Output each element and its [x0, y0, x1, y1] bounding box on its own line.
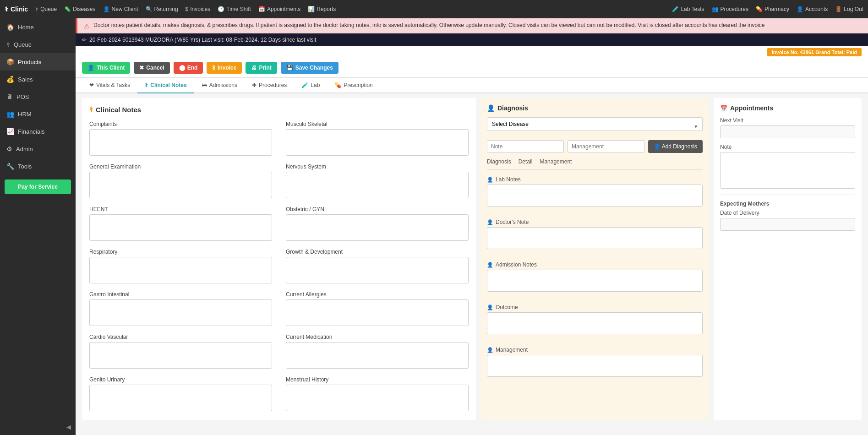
- tab-admissions[interactable]: 🛏 Admissions: [194, 78, 245, 93]
- content-area: ⚕ Clinical Notes Complaints Musculo Skel…: [76, 93, 868, 424]
- heent-textarea[interactable]: [89, 214, 272, 241]
- nav-returning[interactable]: 🔍 Returning: [146, 6, 178, 12]
- nav-diseases[interactable]: 🦠 Diseases: [64, 6, 95, 12]
- add-diagnosis-button[interactable]: 👤 Add Diagnosis: [648, 140, 703, 153]
- expecting-mothers-title: Expecting Mothers: [720, 201, 855, 207]
- nav-timeshift[interactable]: 🕐 Time Shift: [218, 6, 251, 12]
- end-icon: ⬤: [179, 65, 185, 71]
- lab-notes-textarea[interactable]: [487, 185, 703, 207]
- new-client-icon: 👤: [103, 6, 110, 12]
- sidebar-item-admin[interactable]: ⚙ Admin: [0, 140, 76, 158]
- next-visit-input[interactable]: [720, 125, 855, 138]
- alert-text: Doctor notes patient details, makes diag…: [93, 22, 764, 28]
- add-diag-icon: 👤: [654, 143, 661, 150]
- select-disease-wrapper: Select Disease: [487, 117, 703, 136]
- field-genito-urinary: Genito Urinary: [89, 376, 272, 413]
- tab-clinical-notes[interactable]: ⚕ Clinical Notes: [137, 78, 194, 93]
- lab-notes-label: 👤 Lab Notes: [487, 176, 703, 183]
- appointment-note-textarea[interactable]: [720, 152, 855, 189]
- nav-lab-tests[interactable]: 🧪 Lab Tests: [672, 6, 704, 12]
- obstetric-gyn-textarea[interactable]: [286, 214, 469, 241]
- select-disease-dropdown[interactable]: Select Disease: [487, 117, 703, 131]
- admission-notes-label: 👤 Admission Notes: [487, 261, 703, 268]
- divider: [487, 169, 703, 170]
- financials-icon: 📈: [6, 128, 14, 135]
- management-icon: 👤: [487, 347, 493, 353]
- invoice-badge-bar: Invoice No. 43861 Grand Total: Paid: [76, 46, 868, 58]
- current-medication-textarea[interactable]: [286, 342, 469, 369]
- accounts-icon: 👤: [797, 6, 803, 12]
- field-current-medication: Current Medication: [286, 334, 469, 370]
- sidebar-item-sales[interactable]: 💰 Sales: [0, 71, 76, 88]
- invoice-button[interactable]: $ Invoice: [207, 62, 242, 74]
- gastro-intestinal-textarea[interactable]: [89, 299, 272, 326]
- current-allergies-textarea[interactable]: [286, 299, 469, 326]
- diag-tab-diagnosis[interactable]: Diagnosis: [487, 158, 511, 165]
- sidebar-item-hrm[interactable]: 👥 HRM: [0, 105, 76, 123]
- invoice-icon: $: [212, 65, 215, 71]
- tab-lab[interactable]: 🧪 Lab: [294, 78, 327, 93]
- sidebar-item-home[interactable]: 🏠 Home: [0, 18, 76, 36]
- tab-prescription[interactable]: 💊 Prescription: [327, 78, 380, 93]
- nav-queue[interactable]: ⚕ Queue: [35, 6, 57, 12]
- cancel-button[interactable]: ✖ Cancel: [134, 62, 169, 74]
- general-examination-textarea[interactable]: [89, 172, 272, 198]
- nav-accounts[interactable]: 👤 Accounts: [797, 6, 828, 12]
- growth-development-textarea[interactable]: [286, 257, 469, 283]
- cardio-vascular-textarea[interactable]: [89, 342, 272, 369]
- menstrual-history-textarea[interactable]: [286, 385, 469, 411]
- diag-tab-detail[interactable]: Detail: [519, 158, 533, 165]
- end-button[interactable]: ⬤ End: [174, 62, 203, 74]
- diagnosis-inputs: 👤 Add Diagnosis: [487, 140, 703, 153]
- nav-pharmacy[interactable]: 💊 Pharmacy: [756, 6, 789, 12]
- date-of-delivery-input[interactable]: [720, 218, 855, 231]
- tab-vitals[interactable]: ❤ Vitals & Tasks: [82, 78, 137, 93]
- nav-procedures[interactable]: 👥 Procedures: [712, 6, 748, 12]
- cancel-icon: ✖: [139, 65, 144, 71]
- pay-for-service-button[interactable]: Pay for Service: [5, 179, 71, 194]
- nav-logout[interactable]: 🚪 Log Out: [835, 6, 863, 12]
- doctors-note-textarea[interactable]: [487, 227, 703, 249]
- nav-new-client[interactable]: 👤 New Client: [103, 6, 138, 12]
- vitals-icon: ❤: [89, 82, 94, 88]
- nervous-system-textarea[interactable]: [286, 172, 469, 198]
- products-icon: 📦: [6, 58, 14, 65]
- print-button[interactable]: 🖨 Print: [246, 62, 277, 74]
- sidebar-item-products[interactable]: 📦 Products: [0, 53, 76, 71]
- sidebar-item-tools[interactable]: 🔧 Tools: [0, 158, 76, 175]
- management-textarea[interactable]: [487, 355, 703, 377]
- nav-reports[interactable]: 📊 Reports: [308, 6, 336, 12]
- sales-icon: 💰: [6, 76, 14, 83]
- diagnosis-management-input[interactable]: [568, 140, 644, 153]
- nav-appointments[interactable]: 📅 Appointments: [258, 6, 300, 12]
- diag-tab-management[interactable]: Management: [540, 158, 572, 165]
- diagnosis-note-input[interactable]: [487, 140, 564, 153]
- sidebar-item-pos[interactable]: 🖥 POS: [0, 88, 76, 105]
- musculo-skeletal-textarea[interactable]: [286, 129, 469, 156]
- respiratory-textarea[interactable]: [89, 257, 272, 283]
- field-complaints: Complaints: [89, 121, 272, 157]
- save-changes-button[interactable]: 💾 Save Changes: [281, 62, 338, 74]
- lab-icon: 🧪: [301, 82, 308, 88]
- outcome-label: 👤 Outcome: [487, 304, 703, 310]
- field-heent: HEENT: [89, 206, 272, 242]
- outcome-icon: 👤: [487, 304, 493, 310]
- this-client-icon: 👤: [87, 65, 94, 71]
- right-navigation: 🧪 Lab Tests 👥 Procedures 💊 Pharmacy 👤 Ac…: [672, 6, 863, 12]
- brand-name: Clinic: [11, 5, 28, 13]
- outcome-textarea[interactable]: [487, 312, 703, 334]
- diseases-icon: 🦠: [64, 6, 71, 12]
- field-respiratory: Respiratory: [89, 249, 272, 285]
- complaints-textarea[interactable]: [89, 129, 272, 156]
- admission-notes-textarea[interactable]: [487, 270, 703, 292]
- sidebar-item-financials[interactable]: 📈 Financials: [0, 123, 76, 140]
- doctors-note-icon: 👤: [487, 219, 493, 225]
- nav-invoices[interactable]: $ Invoices: [186, 6, 211, 12]
- sidebar-item-queue[interactable]: ⚕ Queue: [0, 36, 76, 53]
- returning-icon: 🔍: [146, 6, 153, 12]
- genito-urinary-textarea[interactable]: [89, 385, 272, 411]
- invoice-badge: Invoice No. 43861 Grand Total: Paid: [767, 48, 862, 56]
- tab-procedures[interactable]: ✚ Procedures: [245, 78, 294, 93]
- sidebar-collapse-button[interactable]: ◀: [0, 419, 76, 435]
- this-client-button[interactable]: 👤 This Client: [82, 62, 130, 74]
